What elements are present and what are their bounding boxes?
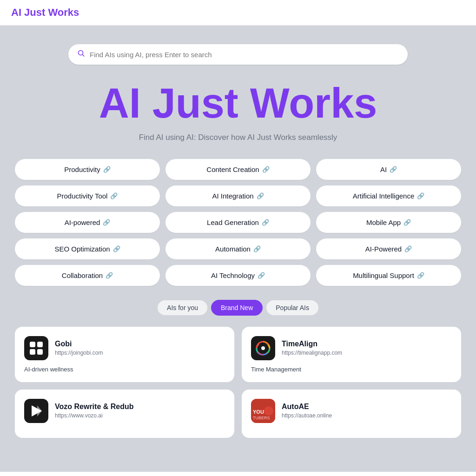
- site-logo[interactable]: AI Just Works: [11, 7, 79, 18]
- link-icon: 🔗: [253, 245, 261, 252]
- tag-label: Automation: [215, 245, 251, 253]
- autoae-url: https://autoae.online: [282, 412, 332, 419]
- svg-marker-9: [37, 405, 42, 416]
- tag-collaboration[interactable]: Collaboration 🔗: [15, 265, 160, 286]
- card-vozo: Vozo Rewrite & Redub https://www.vozo.ai: [15, 390, 234, 438]
- tag-label: AI-powered: [65, 218, 100, 226]
- svg-rect-4: [30, 349, 35, 355]
- filter-ais-for-you[interactable]: AIs for you: [158, 300, 207, 315]
- svg-line-1: [83, 55, 85, 57]
- vozo-url: https://www.vozo.ai: [55, 412, 134, 419]
- tag-label: Collaboration: [62, 271, 103, 279]
- vozo-name: Vozo Rewrite & Redub: [55, 403, 134, 411]
- autoae-info: AutoAE https://autoae.online: [282, 403, 332, 419]
- tag-label: Artificial Intelligence: [353, 192, 415, 200]
- timealign-name: TimeAlign: [282, 340, 342, 348]
- link-icon: 🔗: [417, 272, 424, 279]
- link-icon: 🔗: [417, 192, 424, 199]
- autoae-logo: YOU TUBERS: [251, 399, 275, 423]
- search-bar: [68, 44, 408, 65]
- search-input[interactable]: [90, 51, 398, 59]
- gobi-description: AI-driven wellness: [24, 366, 225, 373]
- svg-rect-5: [37, 349, 43, 355]
- card-header: Gobi https://joingobi.com: [24, 336, 225, 360]
- cards-grid: Gobi https://joingobi.com AI-driven well…: [15, 327, 461, 438]
- tag-label: Mobile App: [366, 218, 401, 226]
- link-icon: 🔗: [262, 219, 269, 226]
- gobi-info: Gobi https://joingobi.com: [55, 340, 103, 356]
- link-icon: 🔗: [257, 192, 264, 199]
- tag-ai-powered-upper[interactable]: AI-Powered 🔗: [316, 238, 461, 259]
- tag-label: Productivity Tool: [57, 192, 108, 200]
- tag-ai[interactable]: AI 🔗: [316, 159, 461, 180]
- autoae-name: AutoAE: [282, 403, 332, 411]
- timealign-logo: [251, 336, 275, 360]
- svg-text:YOU: YOU: [253, 409, 264, 415]
- svg-rect-3: [37, 342, 43, 347]
- tag-automation[interactable]: Automation 🔗: [165, 238, 311, 259]
- tags-grid: Productivity 🔗 Content Creation 🔗 AI 🔗 P…: [15, 159, 461, 286]
- tag-label: AI-Powered: [365, 245, 402, 253]
- tag-productivity-tool[interactable]: Productivity Tool 🔗: [15, 185, 160, 206]
- card-gobi: Gobi https://joingobi.com AI-driven well…: [15, 327, 234, 382]
- card-header: YOU TUBERS AutoAE https://autoae.online: [251, 399, 452, 423]
- header: AI Just Works: [0, 0, 476, 26]
- svg-text:TUBERS: TUBERS: [253, 416, 270, 420]
- link-icon: 🔗: [390, 166, 397, 173]
- card-header: Vozo Rewrite & Redub https://www.vozo.ai: [24, 399, 225, 423]
- tag-multilingual-support[interactable]: Multilingual Support 🔗: [316, 265, 461, 286]
- timealign-info: TimeAlign https://timealignapp.com: [282, 340, 342, 356]
- tag-label: SEO Optimization: [54, 245, 110, 253]
- filter-popular-ais[interactable]: Popular AIs: [266, 300, 318, 315]
- tag-artificial-intelligence[interactable]: Artificial Intelligence 🔗: [316, 185, 461, 206]
- vozo-info: Vozo Rewrite & Redub https://www.vozo.ai: [55, 403, 134, 419]
- svg-point-7: [261, 346, 265, 350]
- filter-brand-new[interactable]: Brand New: [211, 300, 263, 316]
- tag-seo-optimization[interactable]: SEO Optimization 🔗: [15, 238, 160, 259]
- tag-content-creation[interactable]: Content Creation 🔗: [165, 159, 311, 180]
- tag-mobile-app[interactable]: Mobile App 🔗: [316, 212, 461, 233]
- filter-tabs: AIs for you Brand New Popular AIs: [158, 300, 318, 316]
- search-icon: [78, 50, 85, 59]
- tag-ai-powered-lower[interactable]: AI-powered 🔗: [15, 212, 160, 233]
- hero-title: AI Just Works: [99, 81, 377, 126]
- link-icon: 🔗: [103, 219, 110, 226]
- tag-label: AI Technology: [211, 271, 255, 279]
- vozo-logo: [24, 399, 48, 423]
- link-icon: 🔗: [403, 219, 411, 226]
- link-icon: 🔗: [258, 272, 265, 279]
- tag-label: AI Integration: [212, 192, 253, 200]
- card-autoae: YOU TUBERS AutoAE https://autoae.online: [242, 390, 461, 438]
- tag-lead-generation[interactable]: Lead Generation 🔗: [165, 212, 311, 233]
- tag-ai-technology[interactable]: AI Technology 🔗: [165, 265, 311, 286]
- link-icon: 🔗: [106, 272, 113, 279]
- link-icon: 🔗: [113, 245, 120, 252]
- tag-label: Lead Generation: [207, 218, 259, 226]
- card-header: TimeAlign https://timealignapp.com: [251, 336, 452, 360]
- tag-label: Content Creation: [206, 165, 259, 173]
- card-timealign: TimeAlign https://timealignapp.com Time …: [242, 327, 461, 382]
- timealign-description: Time Management: [251, 366, 452, 373]
- gobi-name: Gobi: [55, 340, 103, 348]
- main-content: AI Just Works Find AI using AI: Discover…: [0, 26, 476, 472]
- tag-label: Productivity: [64, 165, 100, 173]
- tag-label: AI: [380, 165, 387, 173]
- tag-label: Multilingual Support: [353, 271, 414, 279]
- tag-ai-integration[interactable]: AI Integration 🔗: [165, 185, 311, 206]
- link-icon: 🔗: [404, 245, 412, 252]
- svg-rect-2: [30, 342, 35, 347]
- timealign-url: https://timealignapp.com: [282, 350, 342, 356]
- tag-productivity[interactable]: Productivity 🔗: [15, 159, 160, 180]
- hero-subtitle: Find AI using AI: Discover how AI Just W…: [139, 133, 337, 142]
- link-icon: 🔗: [262, 166, 270, 173]
- svg-point-13: [264, 406, 273, 416]
- gobi-logo: [24, 336, 48, 360]
- link-icon: 🔗: [103, 166, 111, 173]
- link-icon: 🔗: [110, 192, 118, 199]
- gobi-url: https://joingobi.com: [55, 350, 103, 356]
